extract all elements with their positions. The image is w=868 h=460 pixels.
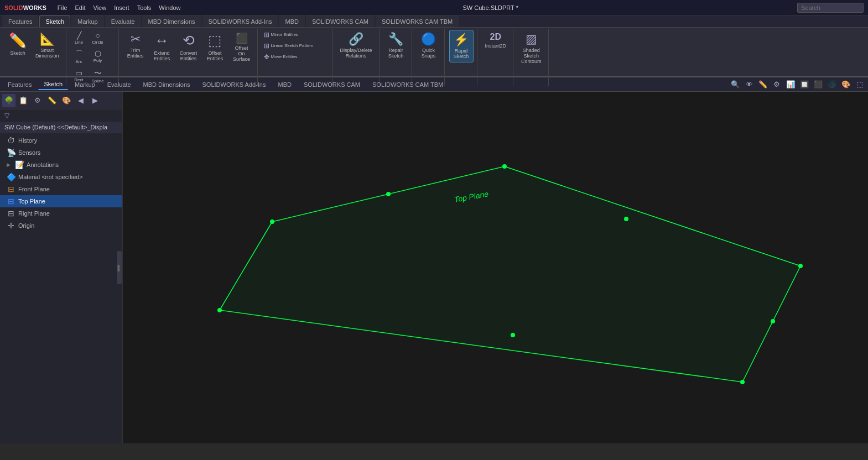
trim-entities-button[interactable]: ✂ TrimEntities [123,30,148,61]
trim-icon: ✂ [131,32,141,46]
polygon-button[interactable]: ⬡ Poly [90,48,106,64]
sidebar-propertymgr-btn[interactable]: 📋 [17,94,30,107]
shaded-sketch-button[interactable]: ▨ ShadedSketchContours [518,30,545,67]
svg-point-7 [386,192,391,196]
svg-point-4 [798,264,803,268]
view-icon-3[interactable]: ✏️ [757,79,769,91]
menu-edit[interactable]: Edit [72,3,89,12]
material-icon: 🔷 [7,172,15,181]
tree-item-top-plane[interactable]: ⊟ Top Plane [0,195,122,207]
instant2d-icon: 2D [490,32,501,42]
sec-tab-mbd[interactable]: MBD [272,80,297,90]
instant2d-button[interactable]: 2D Instant2D [482,30,510,51]
convert-icon: ⟲ [183,32,195,49]
tree-item-history[interactable]: ⏱ History [0,134,122,147]
sec-tab-sw-cam[interactable]: SOLIDWORKS CAM [298,80,366,90]
menu-tools[interactable]: Tools [134,3,155,12]
shaded-icon: ▨ [526,32,537,46]
sensors-icon: 📡 [7,148,15,157]
circle-button[interactable]: ○ Circle [90,30,106,46]
repair-sketch-button[interactable]: 🔧 RepairSketch [384,30,408,61]
sec-tab-evaluate[interactable]: Evaluate [102,80,137,90]
tab-sketch[interactable]: Sketch [39,15,70,27]
ribbon-group-sketch: ✏️ Sketch 📐 SmartDimension [2,29,66,86]
view-icon-6[interactable]: 🔲 [798,79,810,91]
ribbon-group-relations: 🔗 Display/DeleteRelations [334,29,380,86]
tree-item-right-plane[interactable]: ⊟ Right Plane [0,207,122,219]
sidebar-nav-next[interactable]: ▶ [89,94,102,107]
annotations-expand-arrow: ▶ [7,162,12,168]
sec-tab-sw-cam-tbm[interactable]: SOLIDWORKS CAM TBM [367,80,449,90]
ribbon-group-shaded: ▨ ShadedSketchContours [514,29,549,86]
view-icon-7[interactable]: ⬛ [812,79,824,91]
menu-view[interactable]: View [90,3,110,12]
move-icon: ✥ [264,53,269,61]
view-icon-2[interactable]: 👁 [743,79,755,91]
tab-markup[interactable]: Markup [71,15,104,27]
tree-item-origin[interactable]: ✛ Origin [0,219,122,232]
tab-sw-cam[interactable]: SOLIDWORKS CAM [306,15,375,27]
display-delete-relations-button[interactable]: 🔗 Display/DeleteRelations [337,30,376,61]
tab-features[interactable]: Features [2,15,38,27]
sec-tab-sw-addins[interactable]: SOLIDWORKS Add-Ins [197,80,272,90]
relations-icon: 🔗 [349,32,363,46]
linear-pattern-button[interactable]: ⊞ Linear Sketch Pattern [262,41,329,51]
sidebar-dimxpert-btn[interactable]: 📏 [45,94,59,107]
linear-pattern-icon: ⊞ [264,42,269,50]
sidebar-nav-prev[interactable]: ◀ [74,94,87,107]
tree-item-sensors[interactable]: 📡 Sensors [0,147,122,159]
extend-entities-button[interactable]: ↔ ExtendEntities [150,30,174,64]
smart-dimension-button[interactable]: 📐 SmartDimension [32,30,63,61]
offset-entities-button[interactable]: ⬚ OffsetEntities [203,30,227,64]
tab-evaluate[interactable]: Evaluate [105,15,141,27]
svg-point-9 [624,217,628,221]
tree-item-front-plane[interactable]: ⊟ Front Plane [0,183,122,195]
rapid-sketch-button[interactable]: ⚡ RapidSketch [449,30,474,62]
rapid-sketch-icon: ⚡ [454,33,469,47]
titlebar-left: SOLIDWORKS File Edit View Insert Tools W… [4,3,184,12]
menu-insert[interactable]: Insert [111,3,133,12]
tab-mbd-dim[interactable]: MBD Dimensions [142,15,201,27]
sec-tab-sketch[interactable]: Sketch [38,79,68,90]
sidebar-toolbar: 🌳 📋 ⚙ 📏 🎨 ◀ ▶ [0,92,122,109]
sidebar-configmgr-btn[interactable]: ⚙ [31,94,44,107]
view-icon-4[interactable]: ⚙ [771,79,783,91]
move-entities-button[interactable]: ✥ Move Entities [262,52,329,62]
tab-mbd[interactable]: MBD [279,15,304,27]
circle-icon: ○ [95,31,100,40]
ribbon-group-rapid: ⚡ RapidSketch [446,29,477,86]
svg-point-8 [511,333,515,337]
sidebar-featuretree-btn[interactable]: 🌳 [2,94,15,107]
tree-item-material[interactable]: 🔷 Material <not specified> [0,171,122,183]
tab-sw-addins[interactable]: SOLIDWORKS Add-Ins [202,15,278,27]
view-icon-10[interactable]: ⬚ [854,79,866,91]
viewport[interactable]: Top Plane [123,92,868,443]
tree-item-annotations[interactable]: ▶ 📝 Annotations [0,159,122,171]
view-icon-5[interactable]: 📊 [784,79,797,91]
filter-icon[interactable]: ▽ [0,109,122,122]
3d-viewport-svg: Top Plane [123,92,868,443]
search-input[interactable] [797,3,864,13]
sec-tab-features[interactable]: Features [2,80,37,90]
sidebar-display-btn[interactable]: 🎨 [60,94,73,107]
convert-entities-button[interactable]: ⟲ ConvertEntities [176,30,201,64]
mirror-entities-button[interactable]: ⊞ Mirror Entities [262,30,329,40]
quick-snaps-button[interactable]: 🔵 QuickSnaps [417,30,441,61]
offset-surface-button[interactable]: ⬛ OffsetOnSurface [230,30,254,65]
sketch-button[interactable]: ✏️ Sketch [6,30,30,59]
view-icon-1[interactable]: 🔍 [729,79,741,91]
tab-sw-cam-tbm[interactable]: SOLIDWORKS CAM TBM [376,15,459,27]
sec-tab-markup[interactable]: Markup [69,80,101,90]
arc-button[interactable]: ⌒ Arc [71,48,87,65]
view-icon-9[interactable]: 🎨 [840,79,852,91]
menu-window[interactable]: Window [155,3,184,12]
line-button[interactable]: ╱ Line [71,30,87,46]
menu-file[interactable]: File [54,3,71,12]
polygon-icon: ⬡ [95,49,101,58]
ribbon: Features Sketch Markup Evaluate MBD Dime… [0,15,868,77]
sidebar-collapse-handle[interactable]: ▌ [117,251,122,284]
sec-tab-mbd-dim[interactable]: MBD Dimensions [138,80,196,90]
extend-icon: ↔ [155,32,169,49]
view-icon-8[interactable]: 🌑 [826,79,838,91]
ribbon-group-instant2d: 2D Instant2D [479,29,514,86]
